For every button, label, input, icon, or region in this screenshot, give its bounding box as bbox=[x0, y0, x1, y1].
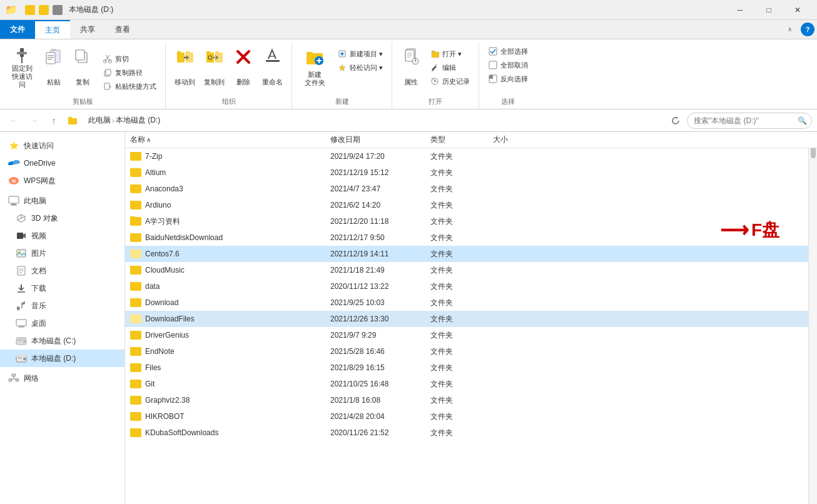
history-button[interactable]: 历史记录 bbox=[426, 74, 474, 88]
copy-path-button[interactable]: 复制路径 bbox=[99, 66, 160, 79]
column-date[interactable]: 修改日期 bbox=[330, 134, 430, 145]
table-row[interactable]: Git 2021/10/25 16:48 文件夹 bbox=[125, 376, 817, 392]
paste-shortcut-button[interactable]: 粘贴快捷方式 bbox=[99, 79, 160, 93]
network-icon bbox=[8, 372, 20, 385]
copy-icon bbox=[73, 47, 93, 67]
help-button[interactable]: ? bbox=[801, 23, 814, 36]
table-row[interactable]: A学习资料 2021/12/20 11:18 文件夹 bbox=[125, 213, 817, 229]
svg-rect-20 bbox=[186, 53, 193, 63]
forward-button[interactable]: → bbox=[25, 112, 43, 129]
tab-view[interactable]: 查看 bbox=[105, 20, 140, 39]
sidebar-item-pictures[interactable]: 图片 bbox=[0, 244, 124, 262]
svg-rect-83 bbox=[12, 374, 16, 376]
sidebar-item-documents[interactable]: 文档 bbox=[0, 262, 124, 280]
table-row[interactable]: 7-Zip 2021/9/24 17:20 文件夹 bbox=[125, 148, 817, 164]
svg-rect-84 bbox=[9, 379, 12, 381]
sidebar-item-network[interactable]: 网络 bbox=[0, 370, 124, 387]
table-row[interactable]: CloudMusic 2021/1/18 21:49 文件夹 bbox=[125, 262, 817, 278]
delete-button[interactable]: 删除 bbox=[230, 44, 257, 89]
sidebar-item-wpsdisk[interactable]: W WPS网盘 bbox=[0, 172, 124, 189]
move-to-button[interactable]: 移动到 bbox=[171, 44, 199, 89]
scrollbar-track[interactable] bbox=[808, 132, 817, 504]
properties-button[interactable]: 属性 bbox=[397, 44, 425, 89]
tab-share[interactable]: 共享 bbox=[70, 20, 105, 39]
sidebar-item-disk-d[interactable]: 本地磁盘 (D:) bbox=[0, 350, 124, 367]
svg-rect-73 bbox=[19, 326, 23, 327]
tab-home[interactable]: 主页 bbox=[35, 20, 70, 39]
svg-rect-32 bbox=[307, 52, 313, 54]
ribbon-collapse-button[interactable]: ∧ bbox=[781, 20, 798, 38]
svg-rect-61 bbox=[12, 203, 16, 204]
copy-to-button[interactable]: 复制到 bbox=[200, 44, 228, 89]
svg-rect-63 bbox=[17, 233, 23, 239]
table-row[interactable]: Ardiuno 2021/6/2 14:20 文件夹 bbox=[125, 197, 817, 213]
select-all-button[interactable]: 全部选择 bbox=[484, 44, 532, 58]
copy-button[interactable]: 复制 bbox=[69, 44, 96, 89]
table-row[interactable]: HIKROBOT 2021/4/28 20:04 文件夹 bbox=[125, 408, 817, 425]
column-size[interactable]: 大小 bbox=[493, 134, 556, 145]
sidebar-item-thispc[interactable]: 此电脑 bbox=[0, 192, 124, 209]
open-icon bbox=[430, 49, 440, 59]
svg-rect-10 bbox=[76, 50, 84, 60]
table-row[interactable]: Graphviz2.38 2021/1/8 16:08 文件夹 bbox=[125, 392, 817, 408]
table-row[interactable]: DownloadFiles 2021/12/26 13:30 文件夹 bbox=[125, 311, 817, 327]
table-row[interactable]: Altium 2021/12/19 15:12 文件夹 bbox=[125, 164, 817, 181]
table-row[interactable]: Files 2021/8/29 16:15 文件夹 bbox=[125, 360, 817, 376]
search-input[interactable] bbox=[687, 113, 812, 129]
svg-rect-52 bbox=[489, 48, 497, 55]
svg-rect-48 bbox=[432, 51, 435, 53]
sidebar-item-desktop[interactable]: 桌面 bbox=[0, 315, 124, 332]
rename-button[interactable]: 重命名 bbox=[258, 44, 287, 89]
table-row[interactable]: KDubaSoftDownloads 2020/11/26 21:52 文件夹 bbox=[125, 425, 817, 441]
address-bar: ← → ↑ 此电脑 › 本地磁盘 (D:) 🔍 bbox=[0, 109, 817, 132]
svg-rect-76 bbox=[16, 337, 26, 340]
invert-selection-button[interactable]: 反向选择 bbox=[484, 72, 532, 86]
rename-icon bbox=[263, 47, 283, 67]
column-name[interactable]: 名称 ∧ bbox=[130, 134, 330, 145]
column-type[interactable]: 类型 bbox=[430, 134, 493, 145]
table-row[interactable]: Anaconda3 2021/4/7 23:47 文件夹 bbox=[125, 181, 817, 197]
clipboard-buttons: 固定到 快速访问 粘贴 复制 bbox=[5, 42, 160, 96]
table-row[interactable]: BaiduNetdiskDownload 2021/12/17 9:50 文件夹 bbox=[125, 229, 817, 246]
new-item-button[interactable]: 新建项目 ▾ bbox=[333, 47, 387, 61]
sidebar-item-downloads[interactable]: 下载 bbox=[0, 280, 124, 297]
ribbon-tabs: 文件 主页 共享 查看 ∧ ? bbox=[0, 20, 817, 39]
svg-rect-22 bbox=[206, 53, 214, 63]
maximize-button[interactable]: □ bbox=[754, 0, 783, 20]
address-path[interactable]: 此电脑 › 本地磁盘 (D:) bbox=[83, 113, 664, 129]
sidebar-item-video[interactable]: 视频 bbox=[0, 227, 124, 244]
up-button[interactable]: ↑ bbox=[45, 112, 63, 129]
search-wrapper: 🔍 bbox=[687, 113, 812, 129]
close-button[interactable]: ✕ bbox=[783, 0, 812, 20]
open-button[interactable]: 打开 ▾ bbox=[426, 47, 474, 61]
minimize-button[interactable]: ─ bbox=[726, 0, 754, 20]
table-row[interactable]: data 2020/11/12 13:22 文件夹 bbox=[125, 278, 817, 295]
back-button[interactable]: ← bbox=[5, 112, 23, 129]
pin-to-quickaccess-button[interactable]: 固定到 快速访问 bbox=[5, 44, 39, 89]
sidebar-item-onedrive[interactable]: OneDrive bbox=[0, 154, 124, 172]
table-row[interactable]: Centos7.6 2021/12/19 14:11 文件夹 bbox=[125, 246, 817, 262]
svg-rect-18 bbox=[177, 53, 185, 63]
refresh-button[interactable] bbox=[667, 112, 684, 129]
deselect-all-button[interactable]: 全部取消 bbox=[484, 58, 532, 72]
table-row[interactable]: DriverGenius 2021/9/7 9:29 文件夹 bbox=[125, 327, 817, 343]
new-label: 新建 bbox=[297, 96, 387, 109]
easy-access-icon bbox=[337, 63, 347, 73]
cut-button[interactable]: 剪切 bbox=[99, 52, 160, 66]
file-list: 名称 ∧ 修改日期 类型 大小 7-Zip 2021/9/24 17:20 文件… bbox=[125, 132, 817, 441]
table-row[interactable]: EndNote 2021/5/28 16:46 文件夹 bbox=[125, 343, 817, 360]
easy-access-button[interactable]: 轻松访问 ▾ bbox=[333, 61, 387, 74]
new-folder-button[interactable]: 新建 文件夹 bbox=[297, 44, 332, 89]
edit-button[interactable]: 编辑 bbox=[426, 61, 474, 74]
tab-file[interactable]: 文件 bbox=[0, 20, 35, 39]
video-icon bbox=[15, 229, 28, 242]
svg-rect-19 bbox=[177, 51, 181, 53]
sidebar-item-music[interactable]: 音乐 bbox=[0, 297, 124, 315]
paste-button[interactable]: 粘贴 bbox=[40, 44, 68, 89]
main-container: ⭐ 快速访问 OneDrive W WPS网盘 此电脑 3D 对象 bbox=[0, 132, 817, 504]
svg-rect-60 bbox=[9, 196, 19, 203]
table-row[interactable]: Download 2021/9/25 10:03 文件夹 bbox=[125, 295, 817, 311]
sidebar-item-3dobjects[interactable]: 3D 对象 bbox=[0, 209, 124, 227]
sidebar-item-quickaccess[interactable]: ⭐ 快速访问 bbox=[0, 137, 124, 154]
sidebar-item-disk-c[interactable]: 本地磁盘 (C:) bbox=[0, 332, 124, 350]
